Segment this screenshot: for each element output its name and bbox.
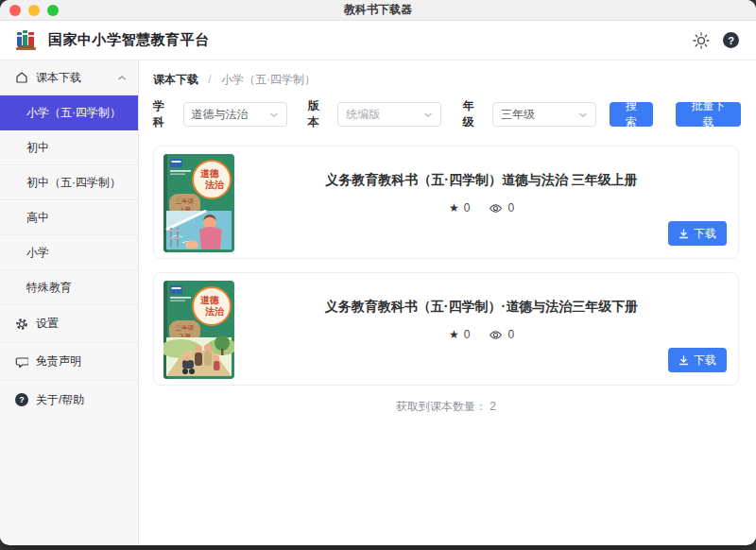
chevron-down-icon <box>269 112 279 118</box>
book-stats: ★ 0 0 <box>449 328 514 341</box>
book-cover-volume1: 道德 法治 三年级 上册 <box>163 154 234 252</box>
macos-titlebar: 教科书下载器 <box>0 0 756 21</box>
book-info: 义务教育教科书（五·四学制）道德与法治 三年级上册 ★ 0 0 <box>234 154 729 250</box>
download-label: 下载 <box>694 226 716 242</box>
grade-label: 年级 <box>462 98 485 130</box>
help-icon[interactable]: ? <box>723 32 739 48</box>
breadcrumb-current: 小学（五·四学制） <box>221 73 316 86</box>
search-button[interactable]: 搜索 <box>610 102 653 127</box>
sidebar-item-label: 初中（五·四学制） <box>26 175 127 191</box>
theme-toggle-sun-icon[interactable] <box>693 32 710 49</box>
book-stats: ★ 0 0 <box>449 201 514 215</box>
star-stat: ★ 0 <box>449 201 470 215</box>
home-icon <box>15 71 28 84</box>
chevron-down-icon <box>423 112 433 118</box>
help-glyph: ? <box>728 35 734 46</box>
sidebar-item-label: 设置 <box>36 316 127 332</box>
cover-grade: 三年级 <box>176 198 195 204</box>
app-window: 教科书下载器 国家中小学智慧教育平台 <box>0 0 756 545</box>
download-button[interactable]: 下载 <box>668 348 727 372</box>
book-title: 义务教育教科书（五·四学制）道德与法治 三年级上册 <box>325 172 638 189</box>
edition-value: 统编版 <box>346 107 380 123</box>
view-stat: 0 <box>489 328 514 341</box>
sidebar-item-senior[interactable]: 高中 <box>0 200 138 235</box>
fullscreen-button[interactable] <box>47 5 59 16</box>
speech-bubble-icon <box>15 355 28 369</box>
sidebar-item-primary[interactable]: 小学 <box>0 235 138 270</box>
subject-select[interactable]: 道德与法治 <box>183 102 287 127</box>
result-count-text: 获取到课本数量： 2 <box>153 399 739 415</box>
cover-title-line2: 法治 <box>204 180 225 190</box>
cover-title-line2: 法治 <box>204 306 225 317</box>
sidebar-item-primary-54[interactable]: 小学（五·四学制） <box>0 95 138 130</box>
subject-label: 学科 <box>153 98 176 130</box>
sidebar-item-label: 关于/帮助 <box>36 392 127 408</box>
book-title: 义务教育教科书（五·四学制）·道德与法治三年级下册 <box>325 299 638 316</box>
download-icon <box>679 229 689 239</box>
book-info: 义务教育教科书（五·四学制）·道德与法治三年级下册 ★ 0 0 <box>234 281 729 377</box>
sidebar-item-settings[interactable]: 设置 <box>0 305 138 343</box>
books-logo-icon <box>13 27 39 53</box>
batch-download-button[interactable]: 批量下载 <box>676 102 741 127</box>
sidebar: 课本下载 小学（五·四学制） 初中 初中（五·四学制） 高中 小学 特殊教育 <box>0 60 139 544</box>
subject-filter-group: 学科 道德与法治 <box>153 98 287 130</box>
star-icon: ★ <box>449 201 459 215</box>
sidebar-item-label: 初中 <box>26 140 127 156</box>
close-button[interactable] <box>9 5 21 16</box>
sidebar-item-about-help[interactable]: ? 关于/帮助 <box>0 381 138 419</box>
star-icon: ★ <box>449 328 459 341</box>
breadcrumb-separator: / <box>208 73 211 86</box>
grade-select[interactable]: 三年级 <box>492 102 596 127</box>
star-count: 0 <box>464 328 471 341</box>
main-content: 课本下载 / 小学（五·四学制） 学科 道德与法治 版本 <box>139 60 756 544</box>
filter-bar: 学科 道德与法治 版本 统编版 <box>153 98 741 130</box>
content-row: 课本下载 小学（五·四学制） 初中 初中（五·四学制） 高中 小学 特殊教育 <box>0 60 756 544</box>
edition-label: 版本 <box>308 98 331 130</box>
download-label: 下载 <box>694 352 716 369</box>
view-count: 0 <box>507 328 514 341</box>
edition-filter-group: 版本 统编版 <box>308 98 442 130</box>
app-title: 国家中小学智慧教育平台 <box>48 31 210 49</box>
eye-icon <box>489 330 503 340</box>
cover-title-line1: 道德 <box>200 295 219 305</box>
sidebar-item-textbook-download[interactable]: 课本下载 <box>0 60 138 95</box>
gear-icon <box>15 318 28 331</box>
grade-filter-group: 年级 三年级 <box>462 98 596 130</box>
sidebar-item-label: 小学（五·四学制） <box>26 105 127 121</box>
book-card: 道德 法治 三年级 下册 <box>153 272 739 386</box>
cover-title-line1: 道德 <box>200 168 219 179</box>
download-icon <box>679 355 689 366</box>
sidebar-item-label: 高中 <box>26 210 127 226</box>
book-cover-image[interactable]: 道德 法治 三年级 上册 <box>163 154 234 252</box>
breadcrumb: 课本下载 / 小学（五·四学制） <box>153 72 741 88</box>
edition-select[interactable]: 统编版 <box>337 102 441 127</box>
star-count: 0 <box>464 201 471 215</box>
breadcrumb-root[interactable]: 课本下载 <box>153 73 198 86</box>
sidebar-item-label: 小学 <box>26 245 127 261</box>
window-title: 教科书下载器 <box>344 2 412 18</box>
brand: 国家中小学智慧教育平台 <box>13 27 210 53</box>
traffic-lights <box>9 5 59 16</box>
sidebar-item-junior[interactable]: 初中 <box>0 130 138 165</box>
book-cover-image[interactable]: 道德 法治 三年级 下册 <box>163 281 234 379</box>
question-glyph: ? <box>19 395 25 404</box>
header-actions: ? <box>693 32 739 49</box>
sidebar-item-label: 特殊教育 <box>26 280 127 296</box>
sidebar-item-disclaimer[interactable]: 免责声明 <box>0 343 138 381</box>
sidebar-item-junior-54[interactable]: 初中（五·四学制） <box>0 165 138 200</box>
minimize-button[interactable] <box>28 5 40 16</box>
download-button[interactable]: 下载 <box>668 221 727 246</box>
chevron-up-icon <box>117 75 127 81</box>
chevron-down-icon <box>578 112 588 118</box>
sidebar-item-label: 课本下载 <box>36 70 117 86</box>
app-header: 国家中小学智慧教育平台 ? <box>0 21 756 60</box>
view-count: 0 <box>507 201 514 215</box>
star-stat: ★ 0 <box>449 328 470 341</box>
sidebar-item-special-education[interactable]: 特殊教育 <box>0 270 138 305</box>
eye-icon <box>489 203 503 214</box>
question-circle-icon: ? <box>15 393 28 406</box>
cover-grade: 三年级 <box>176 324 195 331</box>
view-stat: 0 <box>489 201 514 215</box>
book-cover-volume2: 道德 法治 三年级 下册 <box>163 281 234 379</box>
grade-value: 三年级 <box>501 107 535 123</box>
